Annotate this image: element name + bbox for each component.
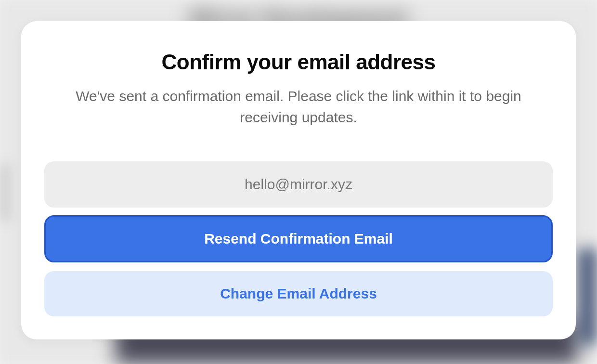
email-field[interactable] [44, 161, 553, 208]
modal-subtitle: We've sent a confirmation email. Please … [63, 86, 534, 128]
change-email-button[interactable]: Change Email Address [44, 271, 553, 316]
resend-confirmation-button[interactable]: Resend Confirmation Email [44, 215, 553, 262]
backdrop-shape [578, 248, 597, 345]
confirm-email-modal: Confirm your email address We've sent a … [21, 21, 576, 339]
backdrop-shape [0, 164, 10, 221]
modal-title: Confirm your email address [44, 50, 553, 74]
